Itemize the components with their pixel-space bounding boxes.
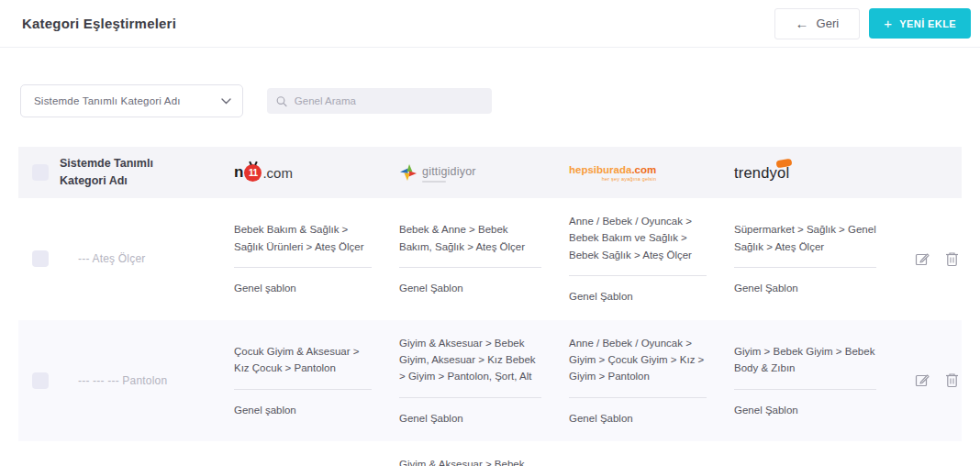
filter-bar: Sistemde Tanımlı Kategori Adı: [20, 84, 980, 117]
gittigidiyor-mapping-cell: Giyim & Aksesuar > Bebek Giyim, Aksesuar…: [399, 441, 569, 466]
edit-button[interactable]: [915, 372, 930, 388]
top-bar: Kategori Eşleştirmeleri ← Geri + YENİ EK…: [0, 0, 980, 48]
category-path: Giyim & Aksesuar > Bebek Giyim, Aksesuar…: [399, 335, 541, 385]
category-filter-value: Sistemde Tanımlı Kategori Adı: [34, 95, 181, 106]
hepsiburada-mapping-cell: Giyim / Ayakkabı > Bebek > Yenidoğan > Z…: [569, 449, 734, 466]
trendyol-mapping-cell: Süpermarket > Sağlık > Genel Sağlık > At…: [734, 206, 904, 311]
trash-icon: [945, 251, 959, 267]
arrow-left-icon: ←: [796, 16, 809, 31]
search-input[interactable]: [295, 95, 483, 106]
topbar-actions: ← Geri + YENİ EKLE: [774, 8, 971, 39]
row-actions: [904, 372, 962, 388]
cell-divider: [734, 389, 876, 390]
category-filter-dropdown[interactable]: Sistemde Tanımlı Kategori Adı: [20, 84, 243, 117]
gittigidiyor-logo-subline: [422, 181, 446, 183]
cell-divider: [399, 397, 541, 398]
search-icon: [276, 95, 287, 107]
template-label: Genel Şablon: [569, 288, 707, 305]
add-new-button-label: YENİ EKLE: [899, 18, 956, 29]
cell-divider: [234, 389, 372, 390]
trendyol-logo: trendyol: [734, 164, 789, 182]
column-header-n11: n 11 .com: [234, 163, 399, 182]
table-row: --- --- --- Pantolon Çocuk Giyim & Akses…: [18, 320, 962, 442]
template-label: Genel Şablon: [399, 410, 541, 427]
hepsiburada-logo-com: .com: [631, 164, 656, 175]
category-name: --- Ateş Ölçer: [60, 252, 234, 265]
cell-divider: [234, 267, 372, 268]
column-header-trendyol: trendyol: [734, 164, 904, 182]
add-new-button[interactable]: + YENİ EKLE: [869, 8, 971, 39]
category-path: Bebek & Anne > Bebek Bakım, Sağlık > Ate…: [399, 221, 541, 255]
template-label: Genel Şablon: [734, 280, 876, 296]
row-checkbox[interactable]: [32, 250, 49, 267]
n11-mapping-cell: Çocuk Giyim & Aksesuar > Kız Çocuk > Pan…: [234, 328, 399, 433]
category-path: Süpermarket > Sağlık > Genel Sağlık > At…: [734, 221, 876, 255]
delete-button[interactable]: [945, 251, 959, 267]
column-header-hepsiburada: hepsiburada.com her şey ayağına gelsin: [569, 164, 734, 182]
trendyol-logo-ol: ol: [777, 164, 789, 182]
category-path: Çocuk Giyim & Aksesuar > Kız Çocuk > Pan…: [234, 343, 372, 377]
delete-button[interactable]: [945, 372, 959, 388]
gittigidiyor-mapping-cell: Giyim & Aksesuar > Bebek Giyim, Aksesuar…: [399, 320, 569, 442]
cell-divider: [734, 267, 876, 268]
category-path: Giyim & Aksesuar > Bebek Giyim, Aksesuar…: [399, 456, 541, 466]
edit-icon: [915, 372, 930, 388]
row-checkbox[interactable]: [32, 372, 49, 389]
table-row: --- --- --- Zıbınlar Bebek Giyim > Kız B…: [18, 441, 962, 466]
template-label: Genel Şablon: [399, 280, 541, 296]
n11-mapping-cell: Bebek Bakım & Sağlık > Sağlık Ürünleri >…: [234, 206, 399, 311]
template-label: Genel Şablon: [734, 402, 876, 418]
row-checkbox-cell: [18, 372, 60, 389]
page-title: Kategori Eşleştirmeleri: [22, 16, 176, 31]
category-path: Anne / Bebek / Oyuncak > Bebek Bakım ve …: [569, 213, 707, 263]
gittigidiyor-logo-text: gittigidiyor: [422, 165, 476, 178]
category-path: Anne / Bebek / Oyuncak > Giyim > Çocuk G…: [569, 335, 707, 385]
row-actions: [904, 251, 962, 267]
hepsiburada-logo: hepsiburada.com her şey ayağına gelsin: [569, 164, 656, 182]
select-all-checkbox[interactable]: [32, 164, 49, 181]
plus-icon: +: [884, 16, 892, 31]
chevron-down-icon: [221, 98, 231, 105]
hepsiburada-mapping-cell: Anne / Bebek / Oyuncak > Giyim > Çocuk G…: [569, 320, 734, 442]
hepsiburada-mapping-cell: Anne / Bebek / Oyuncak > Bebek Bakım ve …: [569, 198, 734, 320]
gittigidiyor-logo: gittigidiyor: [399, 162, 476, 183]
gittigidiyor-pinwheel-icon: [399, 163, 418, 182]
column-header-name: Sistemde Tanımlı Kategori Adı: [60, 155, 184, 190]
category-mapping-table: Sistemde Tanımlı Kategori Adı n 11 .com: [18, 147, 962, 466]
back-button[interactable]: ← Geri: [774, 8, 861, 39]
row-checkbox-cell: [18, 250, 60, 267]
back-button-label: Geri: [817, 17, 840, 30]
n11-mapping-cell: Bebek Giyim > Kız Bebek > Body & Zıbın G…: [234, 449, 399, 466]
gittigidiyor-mapping-cell: Bebek & Anne > Bebek Bakım, Sağlık > Ate…: [399, 206, 569, 311]
template-label: Genel şablon: [234, 280, 372, 296]
n11-logo: n 11 .com: [234, 163, 293, 182]
header-checkbox-cell: [18, 164, 60, 181]
category-path: Bebek Bakım & Sağlık > Sağlık Ürünleri >…: [234, 221, 372, 255]
trendyol-logo-pre: trendy: [734, 164, 777, 182]
search-box: [267, 88, 492, 114]
cell-divider: [569, 397, 707, 398]
n11-ladybug-icon: 11: [244, 164, 262, 182]
table-header-row: Sistemde Tanımlı Kategori Adı n 11 .com: [18, 147, 962, 198]
cell-divider: [569, 275, 707, 276]
trash-icon: [945, 372, 959, 388]
table-row: --- Ateş Ölçer Bebek Bakım & Sağlık > Sa…: [18, 198, 962, 320]
column-header-gittigidiyor: gittigidiyor: [399, 162, 569, 183]
trendyol-mapping-cell: Giyim > Bebek Giyim > Bebek Body & Zıbın…: [734, 328, 904, 433]
n11-logo-badge: 11: [249, 168, 258, 178]
cell-divider: [399, 267, 541, 268]
template-label: Genel Şablon: [569, 410, 707, 427]
hepsiburada-logo-tagline: her şey ayağına gelsin: [602, 176, 656, 182]
edit-icon: [915, 251, 930, 267]
category-path: Giyim > Bebek Giyim > Bebek Body & Zıbın: [734, 343, 876, 377]
trendyol-swoosh-icon: [776, 158, 793, 168]
hepsiburada-logo-text: hepsiburada: [569, 164, 631, 175]
n11-logo-com: .com: [262, 165, 293, 181]
trendyol-mapping-cell: Giyim > Bebek Giyim > Bebek Body & Zıbın…: [734, 449, 904, 466]
template-label: Genel şablon: [234, 402, 372, 418]
edit-button[interactable]: [915, 251, 930, 267]
n11-logo-n: n: [234, 163, 243, 182]
category-name: --- --- --- Pantolon: [60, 374, 234, 387]
